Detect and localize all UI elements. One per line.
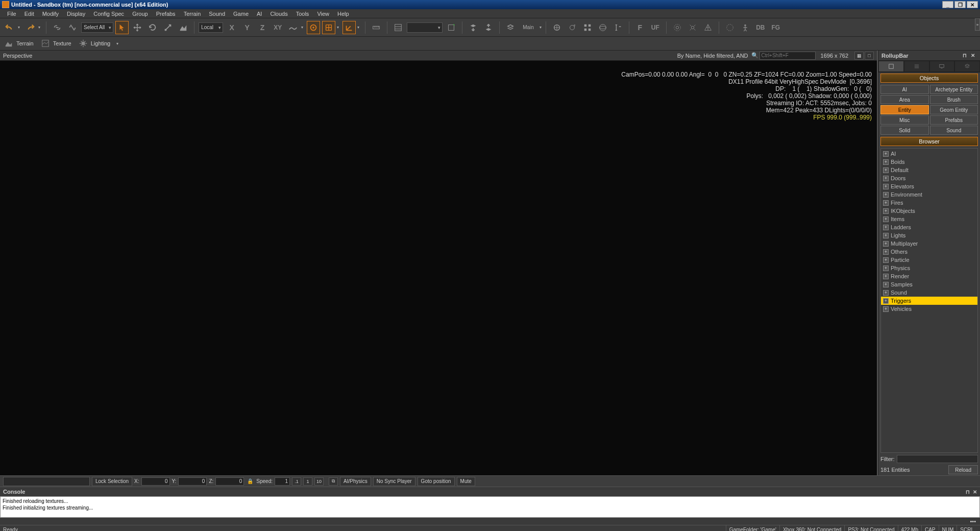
select-terrain-tool[interactable] xyxy=(177,21,190,34)
terrain-editor-icon[interactable] xyxy=(3,38,14,49)
save-selection-icon[interactable] xyxy=(445,21,458,34)
console-pin-icon[interactable]: ⊓ xyxy=(966,489,970,495)
lighting-editor-icon[interactable] xyxy=(78,38,89,49)
menu-ai[interactable]: AI xyxy=(253,10,266,18)
menu-clouds[interactable]: Clouds xyxy=(266,10,291,18)
viewport-maximize-icon[interactable]: □ xyxy=(865,52,874,60)
tab-create[interactable] xyxy=(878,61,904,72)
expand-icon[interactable]: + xyxy=(883,274,889,279)
mute-button[interactable]: Mute xyxy=(457,477,475,486)
sphere-icon[interactable] xyxy=(596,21,609,34)
object-type-brush[interactable]: Brush xyxy=(930,95,978,104)
menu-help[interactable]: Help xyxy=(333,10,353,18)
pin-icon[interactable]: ⊓ xyxy=(963,53,969,59)
speed-01-button[interactable]: .1 xyxy=(292,477,301,486)
object-type-area[interactable]: Area xyxy=(880,95,929,104)
snap-toggle[interactable] xyxy=(307,21,320,34)
object-type-misc[interactable]: Misc xyxy=(880,115,929,125)
tab-display[interactable] xyxy=(929,61,955,72)
menu-sound[interactable]: Sound xyxy=(205,10,229,18)
flowgraph-button[interactable]: FG xyxy=(769,21,782,34)
expand-icon[interactable]: + xyxy=(883,266,889,271)
object-type-ai[interactable]: AI xyxy=(880,85,929,94)
layer-up-icon[interactable] xyxy=(482,21,495,34)
console-output[interactable]: Finished reloading textures...Finished i… xyxy=(0,496,980,518)
physics-get-icon[interactable] xyxy=(550,21,564,34)
expand-icon[interactable]: + xyxy=(883,159,889,165)
side-expand-tab[interactable]: » xyxy=(975,18,980,31)
viewport-grid-icon[interactable]: ▦ xyxy=(854,52,864,60)
expand-icon[interactable]: + xyxy=(883,200,889,206)
object-type-archetype-entity[interactable]: Archetype Entity xyxy=(930,85,978,94)
tree-item-elevators[interactable]: +Elevators xyxy=(881,182,977,190)
goto-position-button[interactable]: Goto position xyxy=(418,477,455,486)
tree-item-ai[interactable]: +AI xyxy=(881,150,977,158)
object-type-solid[interactable]: Solid xyxy=(880,126,929,135)
coord-system-combo[interactable]: Local xyxy=(199,22,223,33)
menu-prefabs[interactable]: Prefabs xyxy=(152,10,180,18)
close-button[interactable]: ✕ xyxy=(967,1,978,8)
expand-icon[interactable]: + xyxy=(883,176,889,181)
expand-icon[interactable]: + xyxy=(883,151,889,157)
tree-item-samples[interactable]: +Samples xyxy=(881,280,977,288)
grid-icon[interactable] xyxy=(581,21,594,34)
layer-name[interactable]: Main xyxy=(519,21,537,34)
expand-icon[interactable]: + xyxy=(883,216,889,222)
layer-dropdown[interactable]: ▾ xyxy=(540,25,542,30)
tab-layers[interactable] xyxy=(954,61,980,72)
reload-button[interactable]: Reload xyxy=(948,465,978,474)
no-sync-player-toggle[interactable]: No Sync Player xyxy=(373,477,415,486)
ai-triangulate-icon[interactable] xyxy=(701,21,715,34)
axis-xy-button[interactable]: XY xyxy=(271,21,284,34)
expand-icon[interactable]: + xyxy=(883,306,889,312)
speed-input[interactable] xyxy=(275,477,290,486)
rollup-close-icon[interactable]: ✕ xyxy=(971,53,977,59)
menu-game[interactable]: Game xyxy=(229,10,253,18)
unlink-icon[interactable] xyxy=(66,21,79,34)
more-icon[interactable]: ••• xyxy=(970,518,976,524)
expand-icon[interactable]: + xyxy=(883,208,889,214)
mannequin-icon[interactable] xyxy=(739,21,752,34)
search-input[interactable] xyxy=(760,52,816,60)
angle-snap-dropdown[interactable]: ▾ xyxy=(356,21,361,34)
expand-icon[interactable]: + xyxy=(883,233,889,238)
menu-edit[interactable]: Edit xyxy=(20,10,38,18)
grid-snap-dropdown[interactable]: ▾ xyxy=(335,21,340,34)
browser-header[interactable]: Browser xyxy=(880,137,978,146)
tree-item-fires[interactable]: +Fires xyxy=(881,199,977,207)
redo-dropdown[interactable]: ▾ xyxy=(37,21,42,34)
axis-x-button[interactable]: X xyxy=(225,21,238,34)
tree-item-multiplayer[interactable]: +Multiplayer xyxy=(881,239,977,248)
tree-item-others[interactable]: +Others xyxy=(881,248,977,256)
menu-view[interactable]: View xyxy=(313,10,333,18)
layer-down-icon[interactable] xyxy=(467,21,480,34)
menu-tools[interactable]: Tools xyxy=(292,10,313,18)
ruler-icon[interactable] xyxy=(370,21,383,34)
menu-config-spec[interactable]: Config Spec xyxy=(89,10,128,18)
console-close-icon[interactable]: ✕ xyxy=(973,489,977,495)
tree-item-ikobjects[interactable]: +IKObjects xyxy=(881,207,977,215)
ai-nav-icon[interactable] xyxy=(671,21,684,34)
scale-tool[interactable] xyxy=(161,21,175,34)
expand-icon[interactable]: + xyxy=(883,167,889,173)
tree-item-default[interactable]: +Default xyxy=(881,166,977,174)
viewport-3d[interactable]: CamPos=0.00 0.00 0.00 Angl= 0 0 0 ZN=0.2… xyxy=(0,61,877,475)
speed-1-button[interactable]: 1 xyxy=(303,477,312,486)
freeze-button[interactable]: F xyxy=(633,21,647,34)
filter-input[interactable] xyxy=(897,455,978,463)
tree-item-environment[interactable]: +Environment xyxy=(881,190,977,199)
expand-icon[interactable]: + xyxy=(883,249,889,255)
redo-button[interactable] xyxy=(23,21,37,34)
lock-icon[interactable]: 🔒 xyxy=(246,477,254,486)
move-tool[interactable] xyxy=(131,21,144,34)
layers-icon[interactable] xyxy=(504,21,517,34)
object-type-prefabs[interactable]: Prefabs xyxy=(930,115,978,125)
expand-icon[interactable]: + xyxy=(883,257,889,263)
expand-icon[interactable]: + xyxy=(883,282,889,287)
x-input[interactable] xyxy=(141,477,170,486)
terrain-collision-icon[interactable]: ⧉ xyxy=(329,477,338,486)
character-icon[interactable] xyxy=(723,21,737,34)
axis-z-button[interactable]: Z xyxy=(256,21,269,34)
expand-icon[interactable]: + xyxy=(883,290,889,296)
tree-item-boids[interactable]: +Boids xyxy=(881,158,977,166)
